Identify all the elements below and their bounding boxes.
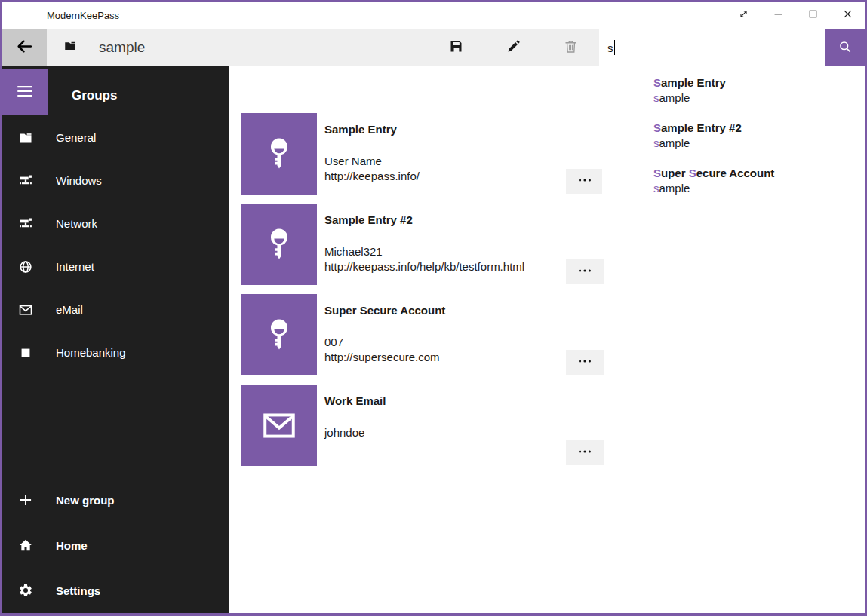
back-arrow-icon xyxy=(15,37,34,58)
maximize-icon xyxy=(807,8,819,23)
entry-tile xyxy=(241,294,317,375)
sidebar-item-label: eMail xyxy=(56,303,83,316)
entry-more-button[interactable] xyxy=(566,350,604,375)
entry-row-super-secure-account[interactable]: Super Secure Account007http://supersecur… xyxy=(241,294,604,375)
search-result-subtitle: sample xyxy=(653,90,865,106)
text-segment: ample Entry xyxy=(661,76,726,89)
edit-pencil-icon xyxy=(506,38,521,57)
entry-more-button[interactable] xyxy=(566,440,604,465)
search-result-subtitle: sample xyxy=(653,181,865,196)
key-icon xyxy=(260,135,298,173)
more-icon xyxy=(576,353,593,372)
entry-detail-line: http://keepass.info/help/kb/testform.htm… xyxy=(324,259,524,274)
match-highlight: S xyxy=(653,121,661,134)
match-highlight: s xyxy=(653,136,659,149)
entry-tile xyxy=(241,113,317,195)
network-icon xyxy=(18,216,33,231)
search-icon xyxy=(838,39,853,57)
gear-icon xyxy=(18,583,33,598)
match-highlight: S xyxy=(653,167,661,179)
sidebar-item-home[interactable]: Home xyxy=(2,523,229,568)
sidebar-item-label: Windows xyxy=(56,174,102,187)
sidebar-item-label: General xyxy=(56,131,96,144)
home-icon xyxy=(18,538,33,553)
more-icon xyxy=(576,443,593,462)
text-segment: ample xyxy=(659,91,690,104)
group-folder-icon xyxy=(63,29,77,66)
close-icon xyxy=(841,8,854,23)
plus-icon xyxy=(18,492,33,507)
entry-title: Work Email xyxy=(324,394,386,407)
footer-list: New groupHomeSettings xyxy=(2,477,229,613)
search-suggestions-flyout: Sample EntrysampleSample Entry #2sampleS… xyxy=(602,66,865,222)
minimize-icon xyxy=(772,8,785,23)
entry-detail-line: http://supersecure.com xyxy=(324,350,440,365)
search-result-title: Sample Entry xyxy=(653,75,865,90)
sidebar-item-network[interactable]: Network xyxy=(2,202,229,245)
sidebar-item-general[interactable]: General xyxy=(2,116,229,159)
search-input[interactable]: s xyxy=(599,29,825,66)
titlebar-hamburger-icon[interactable] xyxy=(2,2,38,29)
minimize-button[interactable] xyxy=(761,2,795,29)
sidebar-item-internet[interactable]: Internet xyxy=(2,245,229,288)
sidebar-item-new-group[interactable]: New group xyxy=(2,477,229,523)
close-button[interactable] xyxy=(830,2,865,29)
globe-icon xyxy=(18,259,33,274)
entry-row-sample-entry-2[interactable]: Sample Entry #2Michael321http://keepass.… xyxy=(241,204,604,285)
match-highlight: S xyxy=(653,76,661,89)
search-result-title: Super Secure Account xyxy=(653,166,865,181)
text-segment: ample xyxy=(659,136,690,149)
entry-details: johndoe xyxy=(324,425,364,440)
search-submit-button[interactable] xyxy=(825,29,865,66)
sidebar-item-windows[interactable]: Windows xyxy=(2,159,229,202)
appbar-spacer xyxy=(145,29,427,66)
sidebar-item-email[interactable]: eMail xyxy=(2,288,229,331)
entry-title: Super Secure Account xyxy=(324,304,445,317)
entry-more-button[interactable] xyxy=(566,259,604,284)
entry-details: Michael321http://keepass.info/help/kb/te… xyxy=(324,244,524,274)
back-button[interactable] xyxy=(2,29,47,66)
entry-row-sample-entry[interactable]: Sample EntryUser Namehttp://keepass.info… xyxy=(241,113,604,195)
search-result-item[interactable]: Sample Entrysample xyxy=(653,75,865,106)
nav-hamburger-button[interactable] xyxy=(2,69,48,115)
entry-title: Sample Entry #2 xyxy=(324,213,413,226)
sidebar-item-homebanking[interactable]: Homebanking xyxy=(2,331,229,374)
sidebar-item-label: Network xyxy=(56,217,97,230)
search-result-item[interactable]: Sample Entry #2sample xyxy=(653,121,865,151)
search-result-subtitle: sample xyxy=(653,136,865,151)
fullscreen-button[interactable] xyxy=(726,2,761,29)
entry-row-work-email[interactable]: Work Emailjohndoe xyxy=(241,385,604,466)
search-input-value: s xyxy=(607,41,613,54)
sidebar-footer: New groupHomeSettings xyxy=(2,477,229,613)
folder-icon xyxy=(18,130,33,146)
text-caret xyxy=(614,40,616,55)
sidebar-item-label: Internet xyxy=(56,260,94,273)
groups-header: Groups xyxy=(72,88,117,103)
search-result-item[interactable]: Super Secure Accountsample xyxy=(653,166,865,196)
entry-detail-line: johndoe xyxy=(324,425,364,440)
entry-more-button[interactable] xyxy=(566,169,604,194)
key-icon xyxy=(260,316,298,354)
edit-button[interactable] xyxy=(484,29,542,66)
entry-title: Sample Entry xyxy=(324,123,397,136)
key-icon xyxy=(260,225,298,263)
maximize-button[interactable] xyxy=(795,2,830,29)
more-icon xyxy=(576,172,593,191)
match-highlight: S xyxy=(689,167,696,179)
text-segment: ecure Account xyxy=(696,167,775,179)
delete-button[interactable] xyxy=(542,29,599,66)
save-button[interactable] xyxy=(427,29,484,66)
sidebar-item-settings[interactable]: Settings xyxy=(2,568,229,613)
group-list: GeneralWindowsNetworkInterneteMailHomeba… xyxy=(2,116,229,374)
sidebar-item-label: Home xyxy=(56,539,88,552)
sidebar-item-label: Settings xyxy=(56,584,100,597)
mail-icon xyxy=(260,406,298,444)
sidebar: Groups GeneralWindowsNetworkInterneteMai… xyxy=(2,66,229,613)
entry-details: 007http://supersecure.com xyxy=(324,335,440,365)
current-group-title: sample xyxy=(99,39,145,56)
text-segment: ample Entry #2 xyxy=(661,121,742,134)
text-segment: ample xyxy=(659,182,690,195)
entry-detail-line: User Name xyxy=(324,154,420,169)
entry-detail-line: Michael321 xyxy=(324,244,524,259)
square-icon xyxy=(18,345,33,360)
